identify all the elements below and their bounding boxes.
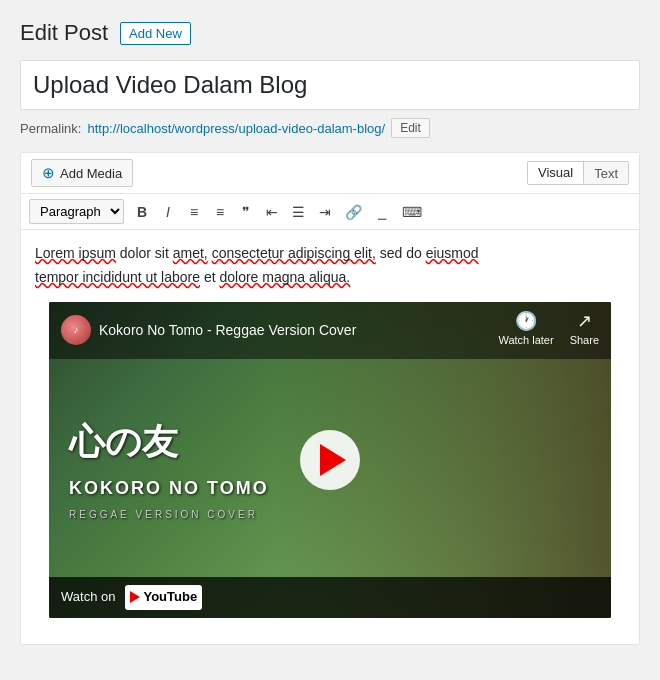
watch-later-button[interactable]: 🕐 Watch later bbox=[498, 312, 553, 350]
watch-later-label: Watch later bbox=[498, 332, 553, 350]
bold-button[interactable]: B bbox=[130, 200, 154, 224]
video-background: ♪ Kokoro No Tomo - Reggae Version Cover … bbox=[49, 302, 611, 618]
post-title-input[interactable] bbox=[20, 60, 640, 110]
align-center-button[interactable]: ☰ bbox=[286, 200, 311, 224]
video-title: Kokoro No Tomo - Reggae Version Cover bbox=[99, 319, 490, 341]
ordered-list-button[interactable]: ≡ bbox=[208, 200, 232, 224]
page-header: Edit Post Add New bbox=[20, 20, 640, 46]
squiggly-word-4: eiusmod bbox=[426, 245, 479, 261]
youtube-logo-text: YouTube bbox=[143, 587, 197, 608]
add-media-button[interactable]: ⊕ Add Media bbox=[31, 159, 133, 187]
permalink-label: Permalink: bbox=[20, 121, 81, 136]
visual-text-tabs: Visual Text bbox=[527, 161, 629, 185]
page-title: Edit Post bbox=[20, 20, 108, 46]
squiggly-word-5: tempor incididunt ut labore bbox=[35, 269, 200, 285]
tab-text[interactable]: Text bbox=[584, 162, 628, 184]
yt-top-bar: ♪ Kokoro No Tomo - Reggae Version Cover … bbox=[49, 302, 611, 360]
video-text-overlay: 心の友 KOKORO NO TOMO Reggae Version Cover bbox=[69, 413, 269, 523]
keyboard-button[interactable]: ⌨ bbox=[396, 200, 428, 224]
link-button[interactable]: 🔗 bbox=[339, 200, 368, 224]
video-subtitle: Reggae Version Cover bbox=[69, 507, 269, 523]
squiggly-word-1: Lorem ipsum bbox=[35, 245, 116, 261]
video-embed: ♪ Kokoro No Tomo - Reggae Version Cover … bbox=[49, 302, 611, 618]
squiggly-word-6: dolore magna aliqua. bbox=[219, 269, 350, 285]
blockquote-button[interactable]: ❞ bbox=[234, 200, 258, 224]
align-right-button[interactable]: ⇥ bbox=[313, 200, 337, 224]
squiggly-word-2: amet, bbox=[173, 245, 208, 261]
watch-on-text: Watch on bbox=[61, 587, 115, 608]
watch-later-icon: 🕐 bbox=[515, 312, 537, 330]
tab-visual[interactable]: Visual bbox=[528, 162, 584, 184]
video-romaji: KOKORO NO TOMO bbox=[69, 474, 269, 503]
yt-top-actions: 🕐 Watch later ↗ Share bbox=[498, 312, 599, 350]
editor-text: Lorem ipsum dolor sit amet, consectetur … bbox=[35, 242, 625, 290]
youtube-play-icon bbox=[130, 591, 140, 603]
share-label: Share bbox=[570, 332, 599, 350]
yt-bottom-bar: Watch on YouTube bbox=[49, 577, 611, 618]
add-new-button[interactable]: Add New bbox=[120, 22, 191, 45]
permalink-row: Permalink: http://localhost/wordpress/up… bbox=[20, 118, 640, 138]
permalink-edit-button[interactable]: Edit bbox=[391, 118, 430, 138]
youtube-logo-icon: YouTube bbox=[125, 585, 202, 610]
editor-content[interactable]: Lorem ipsum dolor sit amet, consectetur … bbox=[21, 230, 639, 644]
play-button[interactable] bbox=[300, 430, 360, 490]
italic-button[interactable]: I bbox=[156, 200, 180, 224]
channel-avatar: ♪ bbox=[61, 315, 91, 345]
paragraph-select[interactable]: Paragraph Heading 1 Heading 2 Heading 3 bbox=[29, 199, 124, 224]
youtube-logo[interactable]: YouTube bbox=[125, 585, 202, 610]
editor-top-bar: ⊕ Add Media Visual Text bbox=[21, 153, 639, 194]
play-icon bbox=[320, 444, 346, 476]
share-icon: ↗ bbox=[577, 312, 592, 330]
unordered-list-button[interactable]: ≡ bbox=[182, 200, 206, 224]
squiggly-word-3: consectetur adipiscing elit, bbox=[212, 245, 376, 261]
video-kanji: 心の友 bbox=[69, 413, 269, 471]
align-left-button[interactable]: ⇤ bbox=[260, 200, 284, 224]
editor-container: ⊕ Add Media Visual Text Paragraph Headin… bbox=[20, 152, 640, 645]
add-media-icon: ⊕ bbox=[42, 164, 55, 182]
permalink-link[interactable]: http://localhost/wordpress/upload-video-… bbox=[87, 121, 385, 136]
editor-toolbar: Paragraph Heading 1 Heading 2 Heading 3 … bbox=[21, 194, 639, 230]
add-media-label: Add Media bbox=[60, 166, 122, 181]
more-button[interactable]: ⎯ bbox=[370, 200, 394, 224]
share-button[interactable]: ↗ Share bbox=[570, 312, 599, 350]
